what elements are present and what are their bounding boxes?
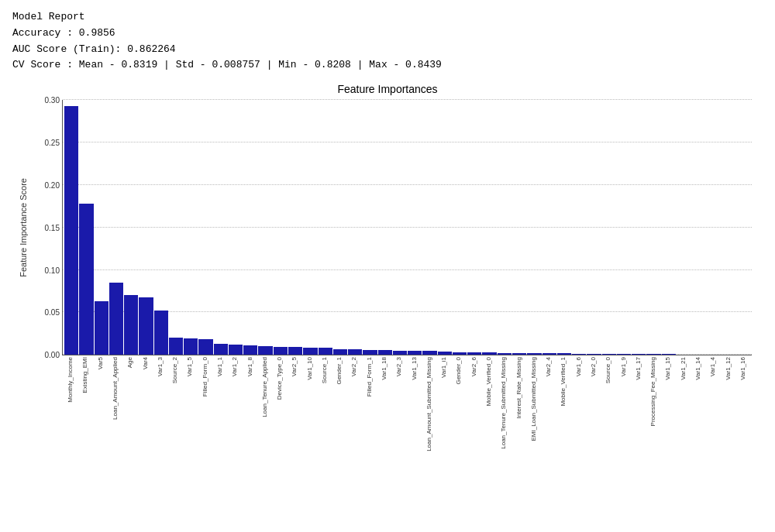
bar-10	[214, 344, 228, 355]
bar-12	[243, 345, 257, 355]
bar-5	[139, 297, 153, 355]
x-label-13: Loan_Tenure_Applied	[258, 357, 272, 417]
bar-39	[646, 354, 660, 355]
bar-24	[422, 351, 436, 355]
x-label-2: Var5	[94, 357, 108, 369]
x-label-33: Mobile_Verified_1	[556, 357, 570, 407]
bar-0	[64, 106, 78, 355]
plot-area: 0.000.050.100.150.200.250.30	[62, 100, 752, 355]
bar-16	[303, 348, 317, 355]
x-label-40: Var1_15	[661, 357, 675, 380]
bar-26	[453, 352, 467, 355]
x-label-31: EMI_Loan_Submitted_Missing	[527, 357, 541, 441]
x-label-41: Var1_21	[677, 357, 691, 380]
bar-38	[632, 354, 646, 355]
bar-21	[378, 350, 392, 355]
bar-4	[124, 295, 138, 355]
bar-19	[348, 349, 362, 355]
bar-29	[498, 353, 512, 355]
x-label-39: Processing_Fee_Missing	[646, 357, 660, 426]
x-label-10: Var1_1	[213, 357, 227, 376]
bar-34	[572, 354, 586, 355]
x-label-36: Source_0	[601, 357, 615, 383]
x-label-0: Monthly_Income	[64, 357, 78, 403]
x-label-21: Var1_18	[377, 357, 391, 380]
x-label-45: Var1_16	[736, 357, 750, 380]
bar-13	[258, 346, 272, 355]
x-label-8: Var1_5	[183, 357, 197, 376]
x-label-24: Loan_Amount_Submitted_Missing	[422, 357, 436, 451]
chart-title: Feature Importances	[16, 83, 760, 95]
x-label-35: Var2_0	[587, 357, 601, 376]
x-label-38: Var1_17	[632, 357, 646, 380]
bar-36	[602, 354, 616, 355]
bar-27	[467, 352, 481, 355]
bar-3	[109, 283, 123, 355]
x-label-32: Var2_4	[542, 357, 556, 376]
bar-32	[542, 353, 556, 355]
x-label-37: Var1_9	[616, 357, 630, 376]
bar-2	[95, 301, 108, 355]
auc-line: AUC Score (Train): 0.862264	[12, 42, 763, 58]
x-label-11: Var1_2	[228, 357, 242, 376]
y-axis-label: Feature Importance Score	[19, 178, 28, 277]
x-label-12: Var1_8	[243, 357, 257, 376]
x-label-30: Interest_Rate_Missing	[512, 357, 525, 419]
x-label-6: Var1_3	[153, 357, 167, 376]
bar-11	[229, 345, 243, 355]
x-label-5: Var4	[138, 357, 152, 369]
x-label-22: Var2_3	[392, 357, 406, 376]
bar-33	[557, 353, 571, 355]
cv-line: CV Score : Mean - 0.8319 | Std - 0.00875…	[12, 57, 763, 74]
bar-20	[363, 350, 377, 355]
bar-6	[154, 311, 168, 355]
bar-1	[79, 204, 93, 355]
bar-22	[393, 351, 407, 355]
x-label-15: Var2_5	[288, 357, 301, 376]
x-label-29: Loan_Tenure_Submitted_Missing	[497, 357, 511, 449]
bar-17	[319, 348, 332, 355]
x-label-28: Mobile_Verified_0	[482, 357, 496, 407]
x-label-1: Existing_EMI	[78, 357, 92, 393]
bar-31	[527, 353, 541, 355]
x-label-19: Var2_2	[347, 357, 361, 376]
x-label-43: Var1_4	[706, 357, 720, 376]
bar-7	[169, 338, 183, 355]
x-label-27: Var2_6	[467, 357, 481, 376]
bar-40	[662, 354, 676, 355]
bar-37	[617, 354, 631, 355]
bar-35	[587, 354, 601, 355]
bar-8	[184, 338, 198, 355]
x-label-34: Var1_6	[572, 357, 586, 376]
report-section: Model Report Accuracy : 0.9856 AUC Score…	[12, 9, 763, 74]
bar-9	[198, 339, 212, 355]
x-label-3: Loan_Amount_Applied	[108, 357, 122, 420]
x-label-4: Age	[123, 357, 137, 368]
bar-18	[333, 349, 347, 355]
chart-container: Feature Importances Feature Importance S…	[16, 83, 760, 517]
report-title: Model Report	[12, 9, 763, 26]
x-label-23: Var1_13	[407, 357, 421, 380]
x-label-42: Var1_14	[691, 357, 705, 380]
x-label-44: Var1_12	[721, 357, 735, 380]
x-label-20: Filled_Form_1	[363, 357, 377, 396]
x-label-26: Gender_0	[452, 357, 466, 385]
x-label-7: Source_2	[168, 357, 182, 383]
x-label-16: Var1_10	[303, 357, 317, 380]
bar-28	[482, 352, 496, 355]
bar-30	[512, 353, 526, 355]
x-label-14: Device_Type_0	[273, 357, 287, 400]
x-labels-area: Monthly_IncomeExisting_EMIVar5Loan_Amoun…	[62, 355, 752, 479]
bar-15	[288, 347, 302, 355]
bar-25	[438, 352, 452, 355]
bar-23	[408, 351, 422, 355]
x-label-17: Source_1	[318, 357, 332, 383]
x-label-9: Filled_Form_0	[198, 357, 212, 396]
bar-14	[274, 347, 288, 355]
x-label-18: Gender_1	[332, 357, 346, 385]
x-label-25: Var1_i1	[437, 357, 451, 378]
accuracy-line: Accuracy : 0.9856	[12, 26, 763, 42]
